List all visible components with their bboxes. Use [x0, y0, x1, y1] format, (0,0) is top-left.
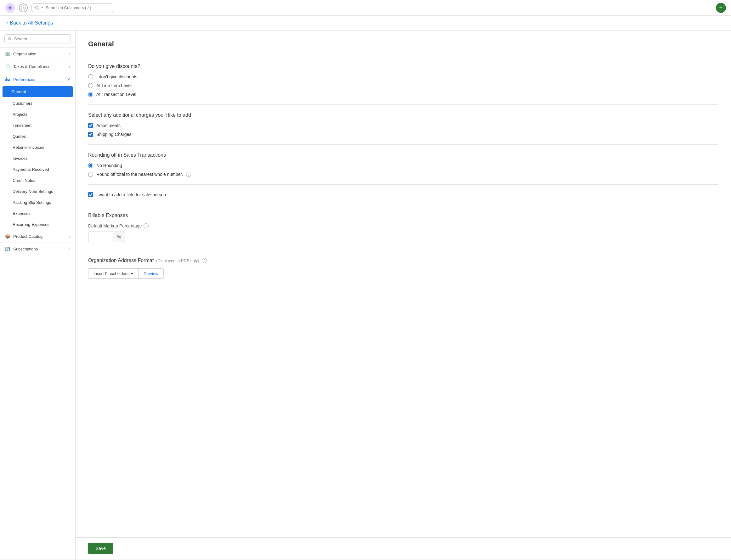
sidebar-item-payments-received[interactable]: Payments Received	[0, 164, 75, 175]
sidebar-section-subscriptions: 🔄 Subscriptions ›	[0, 243, 75, 255]
markup-input-wrapper: %	[88, 232, 718, 242]
sidebar-item-timesheet[interactable]: Timesheet	[0, 120, 75, 131]
discount-option-transaction[interactable]: At Transaction Level	[88, 92, 718, 97]
save-button[interactable]: Save	[88, 543, 113, 554]
sidebar-item-label: Taxes & Compliance	[13, 64, 51, 69]
sidebar-search[interactable]	[4, 34, 71, 43]
markup-info-icon: i	[143, 223, 149, 228]
app-logo	[5, 3, 15, 13]
main-content: General Do you give discounts? I don't g…	[76, 31, 731, 537]
discount-radio-transaction[interactable]	[88, 92, 93, 97]
chevron-right-icon: ›	[69, 247, 70, 251]
discounts-title: Do you give discounts?	[88, 64, 718, 69]
discount-option-line-item[interactable]: At Line Item Level	[88, 83, 718, 88]
no-rounding-radio[interactable]	[88, 163, 93, 168]
shipping-checkbox[interactable]	[88, 132, 93, 137]
sidebar-item-expenses[interactable]: Expenses	[0, 208, 75, 219]
nearest-whole-option[interactable]: Round off total to the nearest whole num…	[88, 172, 718, 177]
discounts-section: Do you give discounts? I don't give disc…	[88, 56, 718, 104]
svg-line-7	[10, 39, 11, 40]
back-link[interactable]: ‹ Back to All Settings	[0, 16, 731, 31]
preferences-icon	[5, 77, 10, 82]
adjustments-checkbox-item[interactable]: Adjustments	[88, 123, 718, 128]
salesperson-section: I want to add a field for salesperson	[88, 184, 718, 205]
sidebar-search-icon	[8, 37, 12, 41]
sidebar-item-general[interactable]: General	[3, 86, 73, 97]
placeholder-row: Insert Placeholders ▾ Preview	[88, 268, 718, 279]
sidebar-section-product-catalog: 📦 Product Catalog ›	[0, 230, 75, 243]
chevron-down-icon: ∨	[67, 77, 70, 81]
billable-expenses-title: Billable Expenses	[88, 213, 718, 218]
clock-icon	[19, 3, 28, 12]
markup-unit: %	[113, 232, 125, 242]
sidebar-item-product-catalog[interactable]: 📦 Product Catalog ›	[0, 230, 75, 243]
sidebar-item-organization[interactable]: 🏢 Organization ›	[0, 48, 75, 60]
insert-placeholders-button[interactable]: Insert Placeholders ▾	[88, 268, 138, 279]
org-address-subtitle: (Displayed in PDF only)	[156, 258, 199, 263]
additional-charges-section: Select any additional charges you'll lik…	[88, 104, 718, 144]
sidebar-item-customers[interactable]: Customers	[0, 98, 75, 109]
back-chevron-icon: ‹	[6, 20, 8, 26]
svg-point-12	[8, 79, 9, 80]
markup-percentage-input[interactable]	[88, 232, 113, 242]
organization-icon: 🏢	[5, 52, 10, 56]
sidebar-item-label: Organization	[13, 52, 37, 56]
sidebar: 🏢 Organization › 📄 Taxes & Compliance ›	[0, 31, 76, 559]
svg-line-3	[23, 8, 24, 8]
discounts-radio-group: I don't give discounts At Line Item Leve…	[88, 74, 718, 97]
product-catalog-icon: 📦	[5, 234, 10, 239]
discount-radio-none[interactable]	[88, 74, 93, 79]
topbar-right: +	[716, 3, 726, 13]
rounding-info-icon: i	[186, 172, 191, 177]
salesperson-checkbox[interactable]	[88, 192, 93, 197]
topbar: ▾ +	[0, 0, 731, 16]
search-icon	[35, 6, 39, 10]
main-wrapper: General Do you give discounts? I don't g…	[76, 31, 731, 559]
salesperson-checkbox-item[interactable]: I want to add a field for salesperson	[88, 192, 718, 197]
chevron-right-icon: ›	[69, 64, 70, 69]
sidebar-search-wrapper	[0, 31, 75, 48]
save-bar: Save	[76, 537, 731, 559]
sidebar-section-organization: 🏢 Organization ›	[0, 48, 75, 60]
org-address-section: Organization Address Format (Displayed i…	[88, 250, 718, 286]
no-rounding-option[interactable]: No Rounding	[88, 163, 718, 168]
global-search[interactable]: ▾	[31, 3, 113, 12]
org-address-info-icon: i	[202, 258, 207, 263]
sidebar-item-packing-slip[interactable]: Packing Slip Settings	[0, 197, 75, 208]
org-address-title: Organization Address Format (Displayed i…	[88, 258, 718, 263]
discount-option-none[interactable]: I don't give discounts	[88, 74, 718, 79]
add-button[interactable]: +	[716, 3, 726, 13]
sidebar-item-projects[interactable]: Projects	[0, 109, 75, 120]
sidebar-item-delivery-note[interactable]: Delivery Note Settings	[0, 186, 75, 197]
sidebar-section-preferences: Preferences ∨ General Customers Projects…	[0, 73, 75, 230]
layout: 🏢 Organization › 📄 Taxes & Compliance ›	[0, 31, 731, 559]
additional-charges-checkbox-group: Adjustments Shipping Charges	[88, 123, 718, 137]
sidebar-item-label: Product Catalog	[13, 234, 42, 239]
adjustments-checkbox[interactable]	[88, 123, 93, 128]
sidebar-item-label: Subscriptions	[13, 247, 38, 251]
svg-point-6	[8, 37, 10, 40]
preview-button[interactable]: Preview	[138, 268, 163, 279]
svg-line-5	[38, 8, 39, 10]
sidebar-item-quotes[interactable]: Quotes	[0, 131, 75, 142]
subscriptions-icon: 🔄	[5, 247, 10, 251]
shipping-checkbox-item[interactable]: Shipping Charges	[88, 132, 718, 137]
sidebar-item-subscriptions[interactable]: 🔄 Subscriptions ›	[0, 243, 75, 255]
sidebar-item-preferences[interactable]: Preferences ∨	[0, 73, 75, 86]
sidebar-item-recurring-expenses[interactable]: Recurring Expenses	[0, 219, 75, 230]
global-search-input[interactable]	[46, 5, 109, 10]
sidebar-search-input[interactable]	[14, 36, 67, 41]
taxes-icon: 📄	[5, 64, 10, 69]
sidebar-item-credit-notes[interactable]: Credit Notes	[0, 175, 75, 186]
sidebar-item-retainer-invoices[interactable]: Retainer Invoices	[0, 142, 75, 153]
search-dropdown-trigger[interactable]: ▾	[41, 6, 43, 10]
page-title: General	[88, 40, 718, 48]
rounding-radio-group: No Rounding Round off total to the neare…	[88, 163, 718, 177]
markup-label: Default Markup Percentage i	[88, 223, 718, 228]
nearest-whole-radio[interactable]	[88, 172, 93, 177]
discount-radio-line-item[interactable]	[88, 83, 93, 88]
back-link-label: Back to All Settings	[10, 20, 53, 26]
sidebar-item-invoices[interactable]: Invoices	[0, 153, 75, 164]
sidebar-item-taxes-compliance[interactable]: 📄 Taxes & Compliance ›	[0, 60, 75, 73]
svg-point-4	[36, 6, 38, 9]
